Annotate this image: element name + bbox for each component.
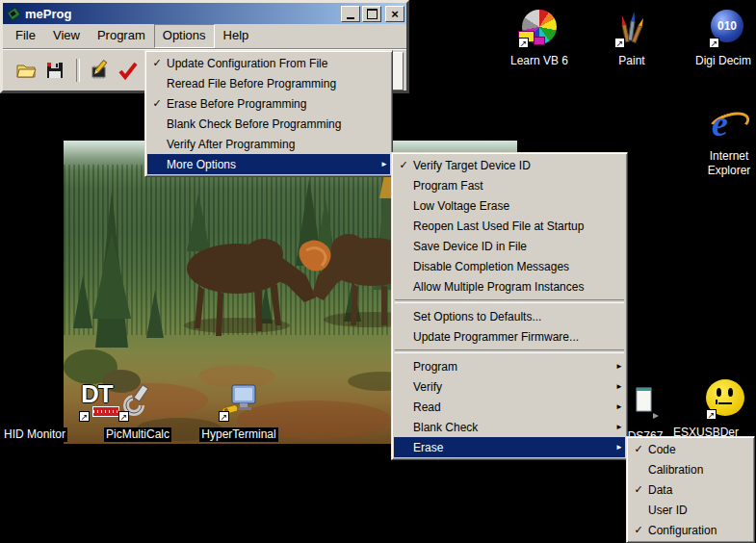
shortcut-arrow-icon (79, 411, 90, 422)
more-options-submenu: ✓ Verify Target Device ID Program Fast L… (391, 152, 628, 460)
learn-vb6-icon (518, 10, 560, 48)
shortcut-arrow-icon (219, 411, 229, 422)
menu-separator (395, 299, 624, 303)
desktop-icon-esxusb[interactable]: ESXUSBDer (671, 379, 756, 440)
desktop: { "colors": { "titlebar_gradient_start":… (0, 0, 756, 543)
shortcut-arrow-icon (614, 38, 625, 48)
smiley-icon (706, 379, 746, 420)
app-icon (6, 6, 21, 21)
menu-item-code[interactable]: ✓ Code (629, 439, 752, 459)
menu-help[interactable]: Help (215, 24, 258, 48)
minimize-button[interactable] (341, 6, 360, 22)
desktop-icon-hid-monitor[interactable]: DT HID Monitor (2, 381, 94, 442)
menu-file[interactable]: File (7, 24, 44, 48)
checkmark-icon: ✓ (629, 443, 648, 455)
menu-item-configuration[interactable]: ✓ Configuration (629, 520, 752, 540)
picmulticalc-icon (118, 379, 157, 422)
toolbar-separator (76, 59, 80, 82)
floppy-disk-icon (44, 60, 65, 81)
maximize-button[interactable] (362, 6, 381, 22)
menu-item-more-options[interactable]: More Options ► (147, 154, 390, 174)
submenu-arrow-icon: ► (375, 160, 390, 168)
paint-icon (614, 10, 649, 48)
menu-item-read-submenu[interactable]: Read ► (394, 397, 625, 417)
menu-item-erase-submenu[interactable]: Erase ► (394, 437, 625, 457)
titlebar[interactable]: meProg (3, 3, 406, 24)
options-menu: ✓ Update Configuration From File Reread … (144, 50, 393, 177)
checkmark-icon: ✓ (147, 97, 167, 110)
checkmark-icon: ✓ (147, 57, 167, 69)
menu-item-program-fast[interactable]: Program Fast (394, 175, 625, 195)
menu-item-set-options-to-defaults[interactable]: Set Options to Defaults... (394, 306, 625, 326)
checkmark-icon: ✓ (629, 483, 648, 496)
menu-item-verify-target-device-id[interactable]: ✓ Verify Target Device ID (394, 155, 625, 175)
open-folder-icon (15, 60, 37, 81)
desktop-icon-digi-decim[interactable]: 010 Digi Decim (693, 10, 756, 68)
menu-item-blank-check-submenu[interactable]: Blank Check ► (394, 417, 625, 437)
program-button[interactable] (86, 57, 113, 84)
open-button[interactable] (13, 57, 39, 84)
menu-item-reread-file-before-programming[interactable]: Reread File Before Programming (147, 73, 390, 93)
checkmark-icon: ✓ (629, 524, 648, 536)
internet-explorer-icon: e (708, 106, 750, 146)
menu-item-allow-multiple-program-instances[interactable]: Allow Multiple Program Instances (394, 276, 625, 297)
desktop-icon-internet-explorer[interactable]: e Internet Explorer (686, 106, 756, 178)
shortcut-arrow-icon (709, 38, 719, 48)
ds767-icon (629, 381, 662, 424)
close-button[interactable] (385, 6, 404, 22)
minimize-icon (347, 17, 354, 19)
menu-item-calibration[interactable]: Calibration (629, 459, 752, 479)
window-title: meProg (25, 7, 339, 21)
menu-item-blank-check-before-programming[interactable]: Blank Check Before Programming (147, 114, 390, 134)
maximize-icon (367, 9, 378, 19)
submenu-arrow-icon: ► (610, 382, 625, 391)
menu-view[interactable]: View (44, 24, 89, 48)
close-icon (391, 8, 399, 20)
submenu-arrow-icon: ► (610, 402, 625, 411)
menu-item-update-configuration-from-file[interactable]: ✓ Update Configuration From File (147, 53, 390, 73)
desktop-icon-picmulticalc[interactable]: PicMultiCalc (96, 379, 179, 442)
submenu-arrow-icon: ► (610, 443, 625, 452)
shortcut-arrow-icon (118, 411, 129, 422)
menu-program[interactable]: Program (89, 24, 154, 48)
menu-item-verify-after-programming[interactable]: Verify After Programming (147, 134, 390, 154)
menu-item-save-device-id-in-file[interactable]: Save Device ID in File (394, 236, 625, 256)
red-check-icon (117, 60, 139, 81)
menu-separator (395, 349, 624, 353)
program-chip-icon (89, 60, 110, 81)
submenu-arrow-icon: ► (610, 423, 625, 431)
digi-decim-icon: 010 (709, 10, 745, 48)
desktop-icon-paint[interactable]: Paint (605, 10, 659, 68)
shortcut-arrow-icon (706, 409, 717, 420)
desktop-icon-learn-vb6[interactable]: Learn VB 6 (495, 10, 584, 68)
desktop-icon-hyperterminal[interactable]: HyperTerminal (193, 381, 285, 442)
erase-submenu: ✓ Code Calibration ✓ Data User ID ✓ Conf… (626, 436, 755, 543)
menu-item-low-voltage-erase[interactable]: Low Voltage Erase (394, 195, 625, 216)
save-button[interactable] (41, 57, 68, 84)
checkmark-icon: ✓ (394, 159, 413, 171)
menu-item-update-programmer-firmware[interactable]: Update Programmer Firmware... (394, 326, 625, 347)
menu-item-reopen-last-used-file[interactable]: Reopen Last Used File at Startup (394, 216, 625, 236)
menu-item-verify-submenu[interactable]: Verify ► (394, 376, 625, 397)
verify-button[interactable] (115, 57, 142, 84)
shortcut-arrow-icon (518, 38, 529, 48)
menu-options[interactable]: Options (154, 24, 215, 48)
menu-item-disable-completion-messages[interactable]: Disable Completion Messages (394, 256, 625, 276)
menubar: File View Program Options Help (3, 24, 406, 48)
menu-item-erase-before-programming[interactable]: ✓ Erase Before Programming (147, 93, 390, 114)
menu-item-data[interactable]: ✓ Data (629, 479, 752, 500)
submenu-arrow-icon: ► (610, 362, 625, 371)
menu-item-user-id[interactable]: User ID (629, 500, 752, 520)
hyperterminal-icon (219, 381, 259, 422)
menu-item-program-submenu[interactable]: Program ► (394, 356, 625, 376)
